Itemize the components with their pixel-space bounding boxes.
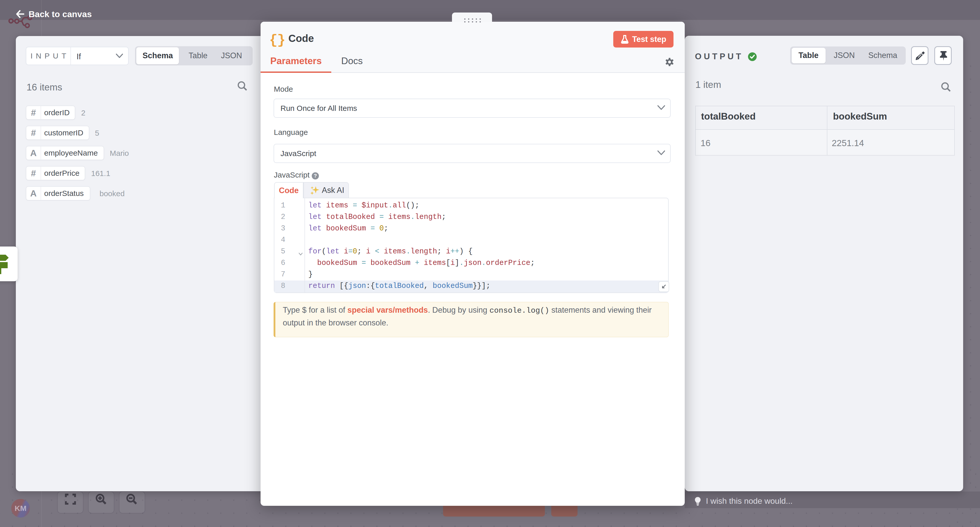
svg-text:?: ? — [313, 173, 317, 179]
